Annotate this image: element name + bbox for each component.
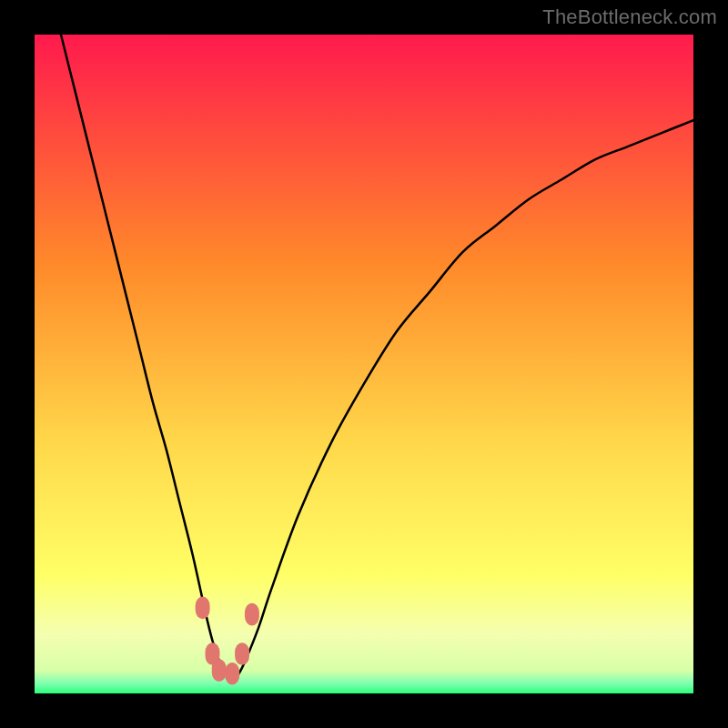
plot-area: [35, 35, 693, 693]
bottleneck-curve: [35, 35, 693, 693]
watermark-text: TheBottleneck.com: [542, 5, 717, 29]
chart-frame: TheBottleneck.com: [0, 0, 728, 728]
curve-marker: [212, 659, 227, 682]
curve-marker: [245, 603, 259, 626]
curve-marker: [196, 597, 210, 620]
curve-marker: [225, 662, 239, 685]
curve-marker: [235, 642, 249, 665]
